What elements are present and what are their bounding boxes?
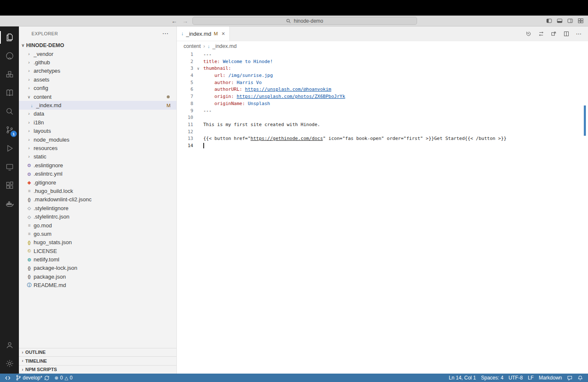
more-actions-icon[interactable]: ⋯ <box>576 30 582 37</box>
line-number: 1 <box>177 51 193 58</box>
tree-folder-content[interactable]: ∨content <box>19 92 176 101</box>
tree-folder-.github[interactable]: ›.github <box>19 58 176 66</box>
tree-file-.stylelintignore[interactable]: ◇.stylelintignore <box>19 204 176 212</box>
settings-button[interactable] <box>0 354 19 373</box>
tree-file-package.json[interactable]: {}package.json <box>19 272 176 281</box>
cursor-position[interactable]: Ln 14, Col 1 <box>446 375 479 381</box>
open-preview-button[interactable] <box>551 31 557 37</box>
tree-file-.gitignore[interactable]: ◆.gitignore <box>19 178 176 187</box>
code-line-9[interactable]: 9--- <box>177 108 588 115</box>
tree-file-hugo_stats.json[interactable]: {}hugo_stats.json <box>19 238 176 247</box>
indentation-status[interactable]: Spaces: 4 <box>478 375 506 381</box>
code-line-1[interactable]: 1--- <box>177 51 588 58</box>
tree-file-_index.md[interactable]: ↓_index.mdM <box>19 101 176 109</box>
sidebar-section-timeline[interactable]: ›TIMELINE <box>19 356 176 365</box>
activity-search[interactable] <box>0 102 19 121</box>
editor[interactable]: 1---2title: Welcome to Hinode!3∨thumbnai… <box>177 51 588 374</box>
account-button[interactable] <box>0 336 19 354</box>
tree-file-.eslintignore[interactable]: ⊙.eslintignore <box>19 161 176 169</box>
close-tab-icon[interactable]: × <box>222 30 225 37</box>
code-line-12[interactable]: 12 <box>177 129 588 136</box>
command-center-search[interactable]: hinode-demo <box>192 17 417 25</box>
tab-index-md[interactable]: ↓ _index.md M × <box>177 26 230 41</box>
toggle-secondary-sidebar-button[interactable] <box>567 18 573 24</box>
activity-remote-explorer[interactable] <box>0 158 19 176</box>
code-line-6[interactable]: 6 authorURL: https://unsplash.com/@hoanv… <box>177 86 588 93</box>
history-button[interactable] <box>525 31 532 37</box>
code-line-11[interactable]: 11This is my first site created with Hin… <box>177 121 588 129</box>
tree-file-netlify.toml[interactable]: ⚙netlify.toml <box>19 255 176 263</box>
fold-column <box>193 51 203 58</box>
toggle-panel-button[interactable] <box>556 18 563 24</box>
code-line-13[interactable]: 13{{< button href="https://gethinode.com… <box>177 135 588 142</box>
breadcrumb-folder[interactable]: content <box>184 43 201 49</box>
compare-changes-icon <box>538 31 544 37</box>
toggle-primary-sidebar-button[interactable] <box>546 18 552 24</box>
activity-explorer[interactable] <box>0 28 19 47</box>
customize-layout-button[interactable] <box>578 18 584 24</box>
tree-file-.markdownlint-cli2.jsonc[interactable]: {}.markdownlint-cli2.jsonc <box>19 195 176 204</box>
tree-file-LICENSE[interactable]: ©LICENSE <box>19 247 176 255</box>
tree-file-.eslintrc.yml[interactable]: ⊙.eslintrc.yml <box>19 169 176 178</box>
encoding-status[interactable]: UTF-8 <box>506 375 525 381</box>
tree-item-label: i18n <box>32 119 44 126</box>
tree-root-folder[interactable]: ∨ HINODE-DEMO <box>19 41 176 50</box>
code-line-4[interactable]: 4 url: /img/sunrise.jpg <box>177 72 588 79</box>
tree-file-README.md[interactable]: ⓘREADME.md <box>19 281 176 290</box>
nav-back-button[interactable]: ← <box>171 18 177 24</box>
sidebar-section-outline[interactable]: ›OUTLINE <box>19 348 176 357</box>
chevron-right-icon: › <box>26 111 32 116</box>
nav-forward-button[interactable]: → <box>182 18 188 24</box>
activity-extensions[interactable] <box>0 176 19 195</box>
code-line-7[interactable]: 7 origin: https://unsplash.com/photos/ZX… <box>177 93 588 100</box>
activity-run-debug[interactable] <box>0 139 19 158</box>
notifications-button[interactable] <box>575 375 585 381</box>
tree-folder-data[interactable]: ›data <box>19 110 176 118</box>
code-line-3[interactable]: 3∨thumbnail: <box>177 65 588 72</box>
tree-folder-resources[interactable]: ›resources <box>19 144 176 152</box>
activity-source-control[interactable]: 1 <box>0 121 19 139</box>
sidebar-section-npm-scripts[interactable]: ›NPM SCRIPTS <box>19 365 176 374</box>
tree-file-package-lock.json[interactable]: {}package-lock.json <box>19 264 176 272</box>
fold-column <box>193 108 203 115</box>
tree-item-label: .hugo_build.lock <box>32 188 73 194</box>
line-number: 8 <box>177 100 193 108</box>
git-status-badge: M <box>166 103 171 108</box>
tree-file-.hugo_build.lock[interactable]: ≡.hugo_build.lock <box>19 187 176 195</box>
tree-folder-config[interactable]: ›config <box>19 84 176 92</box>
tree-folder-layouts[interactable]: ›layouts <box>19 127 176 135</box>
tree-folder-static[interactable]: ›static <box>19 153 176 161</box>
code-line-14[interactable]: 14 <box>177 142 588 150</box>
eol-status[interactable]: LF <box>525 375 536 381</box>
line-number: 12 <box>177 129 193 136</box>
fold-chevron-icon[interactable]: ∨ <box>193 65 203 72</box>
tree-folder-_vendor[interactable]: ›_vendor <box>19 50 176 58</box>
tree-file-go.sum[interactable]: ≡go.sum <box>19 229 176 238</box>
problems-status[interactable]: ⊗ 0 △ 0 <box>52 374 75 382</box>
branch-status[interactable]: develop* <box>13 374 52 382</box>
tree-folder-i18n[interactable]: ›i18n <box>19 118 176 126</box>
code-line-8[interactable]: 8 originName: Unsplash <box>177 100 588 108</box>
breadcrumb-file[interactable]: _index.md <box>213 43 237 49</box>
activity-docs[interactable] <box>0 84 19 102</box>
tree-folder-assets[interactable]: ›assets <box>19 75 176 84</box>
split-editor-button[interactable] <box>563 31 570 37</box>
language-mode[interactable]: Markdown <box>536 375 564 381</box>
code-line-10[interactable]: 10 <box>177 114 588 121</box>
bell-icon <box>578 375 583 381</box>
explorer-more-actions-icon[interactable]: ⋯ <box>162 30 169 37</box>
remote-indicator[interactable] <box>3 374 13 382</box>
tree-folder-archetypes[interactable]: ›archetypes <box>19 67 176 75</box>
feedback-button[interactable] <box>564 375 575 381</box>
breadcrumbs[interactable]: content › ↓ _index.md <box>177 41 588 51</box>
activity-cubes[interactable] <box>0 65 19 84</box>
code-line-5[interactable]: 5 author: Harris Vo <box>177 79 588 87</box>
compare-changes-button[interactable] <box>538 31 544 37</box>
tree-folder-node_modules[interactable]: ›node_modules <box>19 135 176 144</box>
activity-docker[interactable] <box>0 195 19 213</box>
tree-file-go.mod[interactable]: ≡go.mod <box>19 221 176 229</box>
search-icon <box>5 107 14 116</box>
activity-github[interactable] <box>0 47 19 65</box>
code-line-2[interactable]: 2title: Welcome to Hinode! <box>177 58 588 66</box>
tree-file-.stylelintrc.json[interactable]: ◇.stylelintrc.json <box>19 212 176 221</box>
